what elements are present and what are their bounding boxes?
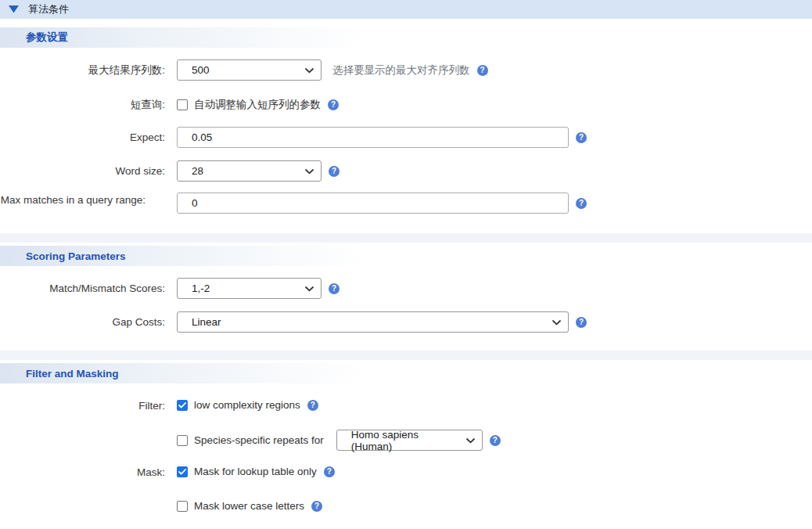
- filter-low-complexity-row: Filter: low complexity regions ?: [0, 399, 812, 413]
- section-header-scoring: Scoring Parameters: [0, 246, 812, 266]
- gap-costs-row: Gap Costs: Linear ?: [0, 311, 812, 333]
- species-value: Homo sapiens (Human): [351, 429, 462, 452]
- max-target-seqs-label: 最大结果序列数:: [0, 59, 165, 81]
- mask-lowercase-label: Mask lower case letters: [194, 500, 304, 512]
- help-icon[interactable]: ?: [576, 132, 587, 143]
- short-queries-checkbox[interactable]: [177, 99, 188, 110]
- match-mismatch-label: Match/Mismatch Scores:: [0, 278, 165, 299]
- max-target-seqs-select[interactable]: 500: [177, 59, 322, 81]
- max-target-seqs-value: 500: [192, 64, 210, 76]
- help-icon[interactable]: ?: [329, 166, 340, 177]
- expect-input[interactable]: [177, 127, 569, 148]
- gap-costs-value: Linear: [192, 316, 221, 328]
- word-size-row: Word size: 28 ?: [0, 160, 812, 182]
- match-mismatch-value: 1,-2: [192, 282, 210, 294]
- max-matches-input[interactable]: [177, 193, 569, 214]
- help-icon[interactable]: ?: [576, 317, 587, 328]
- mask-lowercase-checkbox[interactable]: [177, 501, 188, 512]
- chevron-down-icon: [305, 68, 314, 74]
- help-icon[interactable]: ?: [490, 435, 501, 446]
- help-icon[interactable]: ?: [477, 65, 488, 76]
- chevron-down-icon: [466, 438, 475, 444]
- short-queries-checkbox-label: 自动调整输入短序列的参数: [194, 98, 321, 112]
- short-queries-row: 短查询: 自动调整输入短序列的参数 ?: [0, 98, 812, 112]
- species-repeats-checkbox[interactable]: [177, 435, 188, 446]
- match-mismatch-row: Match/Mismatch Scores: 1,-2 ?: [0, 278, 812, 299]
- section-header-filter: Filter and Masking: [0, 363, 812, 383]
- section-divider: [0, 351, 812, 360]
- section-title: Filter and Masking: [26, 368, 119, 380]
- word-size-label: Word size:: [0, 160, 165, 182]
- algorithm-parameters-accordion[interactable]: 算法条件: [0, 0, 812, 19]
- gap-costs-label: Gap Costs:: [0, 311, 165, 333]
- mask-lowercase-row: Mask lower case letters ?: [0, 500, 812, 512]
- mask-lookup-label: Mask for lookup table only: [194, 466, 317, 477]
- help-icon[interactable]: ?: [311, 501, 322, 512]
- chevron-down-icon: [305, 286, 314, 292]
- word-size-value: 28: [192, 165, 203, 177]
- max-target-seqs-row: 最大结果序列数: 500 选择要显示的最大对齐序列数 ?: [0, 59, 812, 81]
- section-header-general: 参数设置: [0, 27, 812, 48]
- expect-label: Expect:: [0, 127, 165, 148]
- help-icon[interactable]: ?: [307, 400, 318, 411]
- gap-costs-select[interactable]: Linear: [177, 311, 569, 333]
- species-repeats-row: Species-specific repeats for Homo sapien…: [0, 430, 812, 451]
- section-divider: [0, 233, 812, 243]
- help-icon[interactable]: ?: [328, 99, 339, 110]
- max-matches-label: Max matches in a query range:: [0, 193, 165, 207]
- match-mismatch-select[interactable]: 1,-2: [177, 278, 322, 299]
- help-icon[interactable]: ?: [329, 283, 340, 294]
- short-queries-label: 短查询:: [0, 98, 165, 112]
- word-size-select[interactable]: 28: [177, 160, 322, 182]
- chevron-down-icon: [552, 320, 561, 326]
- mask-lookup-row: Mask: Mask for lookup table only ?: [0, 466, 812, 480]
- max-matches-row: Max matches in a query range: ?: [0, 193, 812, 214]
- help-icon[interactable]: ?: [324, 466, 335, 477]
- species-select[interactable]: Homo sapiens (Human): [336, 430, 483, 451]
- species-repeats-label: Species-specific repeats for: [194, 434, 324, 446]
- help-icon[interactable]: ?: [576, 198, 587, 209]
- collapse-triangle-icon: [9, 5, 19, 13]
- max-target-seqs-hint: 选择要显示的最大对齐序列数: [332, 63, 470, 77]
- accordion-title: 算法条件: [28, 2, 69, 16]
- mask-label: Mask:: [0, 466, 165, 480]
- chevron-down-icon: [305, 169, 314, 175]
- low-complexity-label: low complexity regions: [194, 399, 300, 411]
- section-title: Scoring Parameters: [26, 250, 126, 262]
- low-complexity-checkbox[interactable]: [177, 400, 188, 411]
- expect-row: Expect: ?: [0, 127, 812, 148]
- mask-lookup-checkbox[interactable]: [177, 466, 188, 477]
- section-title: 参数设置: [26, 31, 68, 45]
- filter-label: Filter:: [0, 399, 165, 413]
